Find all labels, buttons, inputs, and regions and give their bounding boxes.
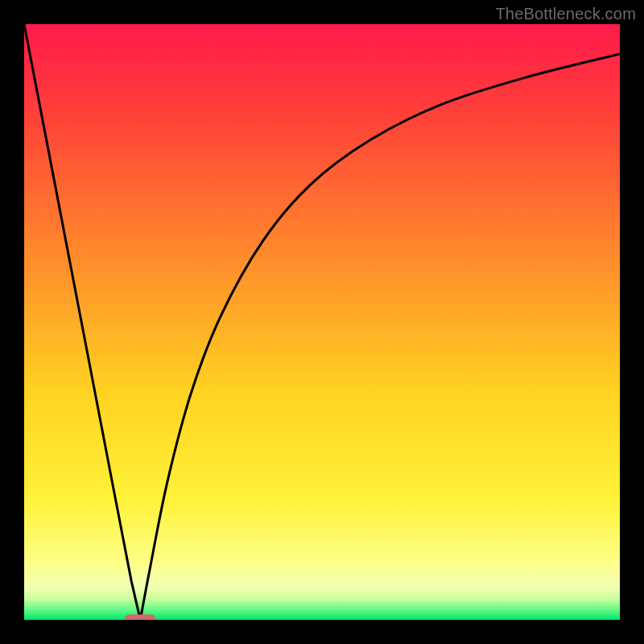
watermark-text: TheBottleneck.com — [495, 5, 636, 23]
bottleneck-chart — [24, 24, 620, 620]
bottleneck-marker — [125, 614, 155, 620]
chart-frame: TheBottleneck.com — [0, 0, 644, 644]
heatmap-background — [24, 24, 620, 620]
